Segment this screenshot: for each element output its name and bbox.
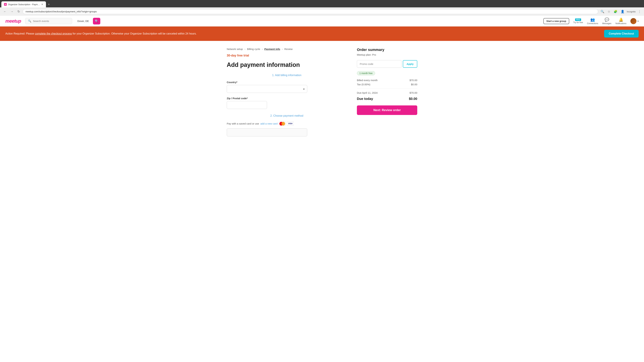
search-bar[interactable]: 🔍 bbox=[25, 18, 72, 24]
due-date-row: Due April 11, 2024 $70.00 bbox=[357, 91, 417, 94]
browser-chrome: M Organizer Subscription - Paym… ✕ + ← →… bbox=[0, 0, 644, 16]
breadcrumb-separator-2: › bbox=[262, 48, 263, 50]
location-display[interactable]: Dover, DE bbox=[78, 19, 89, 22]
notifications-nav-item[interactable]: 🔔 Notifications bbox=[616, 17, 626, 25]
browser-tab-bar: M Organizer Subscription - Paym… ✕ + bbox=[0, 0, 644, 7]
billing-info-section-label: 1. Add billing information bbox=[227, 74, 347, 77]
pro-badge: PRO bbox=[575, 18, 581, 21]
try-for-free-label: Try for free bbox=[573, 21, 583, 24]
connections-nav-item[interactable]: 👥 Connections bbox=[587, 17, 598, 25]
order-plan: Meetup plan: Pro bbox=[357, 53, 417, 56]
breadcrumb-separator-1: › bbox=[244, 48, 245, 50]
connections-icon: 👥 bbox=[590, 17, 595, 22]
card-number-input[interactable] bbox=[227, 128, 307, 136]
try-pro-button[interactable]: PRO Try for free bbox=[573, 18, 583, 24]
search-submit-button[interactable]: 🔍 bbox=[93, 18, 100, 24]
payment-card-info: Pay with a saved card or use add a new c… bbox=[227, 121, 347, 126]
app-header: meetup 🔍 Dover, DE 🔍 Start a new group P… bbox=[0, 16, 644, 26]
alert-text-end: for your Organizer Subscription. Otherwi… bbox=[72, 32, 196, 35]
tab-favicon: M bbox=[4, 3, 7, 6]
alert-banner: Action Required: Please complete the che… bbox=[0, 26, 644, 41]
new-tab-button[interactable]: + bbox=[46, 2, 51, 7]
order-summary: Order summary Meetup plan: Pro Apply 1 m… bbox=[357, 48, 417, 115]
chevron-down-icon: ▾ bbox=[638, 20, 639, 22]
free-month-badge: 1 month free bbox=[357, 71, 375, 75]
search-input[interactable] bbox=[33, 19, 66, 22]
promo-row: Apply bbox=[357, 60, 417, 68]
notifications-label: Notifications bbox=[616, 22, 626, 25]
breadcrumb: Network setup › Billing cycle › Payment … bbox=[227, 48, 347, 50]
breadcrumb-review[interactable]: Review bbox=[284, 48, 292, 50]
visa-icon: VISA bbox=[287, 121, 294, 126]
main-content: Network setup › Billing cycle › Payment … bbox=[221, 41, 422, 143]
breadcrumb-separator-3: › bbox=[282, 48, 282, 50]
user-menu[interactable]: ▾ bbox=[630, 18, 639, 24]
free-trial-label: 30-day free trial bbox=[227, 54, 347, 57]
complete-checkout-button[interactable]: Complete Checkout bbox=[604, 30, 639, 37]
billed-monthly-row: Billed every month $70.00 bbox=[357, 79, 417, 82]
incognito-label: Incognito bbox=[627, 10, 636, 13]
country-select-wrapper: United States ▾ bbox=[227, 85, 307, 93]
address-bar[interactable]: meetup.com/subscription/checkout/pro/pay… bbox=[23, 9, 598, 14]
breadcrumb-network-setup[interactable]: Network setup bbox=[227, 48, 243, 50]
alert-text: Action Required: Please complete the che… bbox=[5, 32, 196, 36]
zip-form-group: Zip / Postal code* bbox=[227, 97, 347, 109]
bookmark-button[interactable]: ☆ bbox=[606, 9, 611, 14]
promo-code-input[interactable] bbox=[357, 60, 402, 68]
due-today-amount: $0.00 bbox=[409, 97, 417, 101]
due-date-amount: $70.00 bbox=[410, 91, 417, 94]
tax-row: Tax (0.00%) $0.00 bbox=[357, 83, 417, 86]
search-icon: 🔍 bbox=[28, 19, 31, 23]
start-group-button[interactable]: Start a new group bbox=[544, 18, 569, 24]
due-today-row: Due today $0.00 bbox=[357, 97, 417, 101]
country-select[interactable]: United States bbox=[227, 85, 307, 93]
extensions-button[interactable]: 🧩 bbox=[613, 9, 618, 14]
active-browser-tab[interactable]: M Organizer Subscription - Paym… ✕ bbox=[1, 1, 46, 7]
search-submit-icon: 🔍 bbox=[95, 19, 98, 23]
review-order-button[interactable]: Next: Review order bbox=[357, 105, 417, 115]
due-today-label: Due today bbox=[357, 97, 373, 101]
mastercard-icon bbox=[279, 121, 286, 126]
country-form-group: Country* United States ▾ bbox=[227, 81, 347, 93]
back-button[interactable]: ← bbox=[2, 9, 8, 14]
billed-monthly-amount: $70.00 bbox=[410, 79, 417, 82]
tab-close-button[interactable]: ✕ bbox=[41, 3, 43, 6]
tax-amount: $0.00 bbox=[411, 83, 417, 86]
add-new-card-link[interactable]: add a new card bbox=[260, 122, 278, 125]
checkout-link[interactable]: complete the checkout process bbox=[35, 32, 72, 35]
apply-promo-button[interactable]: Apply bbox=[403, 60, 417, 68]
messages-icon: 💬 bbox=[604, 17, 609, 22]
right-panel: Order summary Meetup plan: Pro Apply 1 m… bbox=[357, 48, 417, 136]
profile-button[interactable]: 👤 bbox=[620, 9, 626, 14]
more-options-button[interactable]: ⋮ bbox=[637, 9, 642, 14]
payment-method-section-label: 2. Choose payment method bbox=[227, 114, 347, 117]
page-heading: Add payment information bbox=[227, 61, 347, 68]
left-panel: Network setup › Billing cycle › Payment … bbox=[227, 48, 347, 136]
breadcrumb-billing-cycle[interactable]: Billing cycle bbox=[247, 48, 260, 50]
order-summary-title: Order summary bbox=[357, 48, 417, 52]
browser-action-buttons: 🔍 ☆ 🧩 👤 Incognito ⋮ bbox=[600, 9, 642, 14]
bell-icon: 🔔 bbox=[619, 17, 623, 22]
country-label: Country* bbox=[227, 81, 347, 84]
breadcrumb-payment-info[interactable]: Payment info bbox=[264, 48, 280, 50]
free-month-badge-wrapper: 1 month free bbox=[357, 71, 417, 79]
avatar bbox=[630, 18, 636, 24]
browser-controls: ← → ↻ meetup.com/subscription/checkout/p… bbox=[0, 7, 644, 16]
messages-nav-item[interactable]: 💬 Messages bbox=[602, 17, 612, 25]
card-icons: VISA bbox=[279, 121, 294, 126]
start-group-label: Start a new group bbox=[546, 20, 566, 22]
saved-card-text: Pay with a saved card or use bbox=[227, 122, 259, 125]
zip-label: Zip / Postal code* bbox=[227, 97, 347, 100]
refresh-button[interactable]: ↻ bbox=[16, 9, 21, 14]
zip-input[interactable] bbox=[227, 101, 267, 109]
connections-label: Connections bbox=[587, 22, 598, 25]
due-date-label: Due April 11, 2024 bbox=[357, 91, 378, 94]
forward-button[interactable]: → bbox=[9, 9, 15, 14]
alert-text-start: Action Required: Please bbox=[5, 32, 35, 35]
order-divider bbox=[357, 88, 417, 89]
meetup-logo[interactable]: meetup bbox=[5, 18, 21, 24]
messages-label: Messages bbox=[602, 22, 612, 25]
search-browser-button[interactable]: 🔍 bbox=[600, 9, 605, 14]
tax-label: Tax (0.00%) bbox=[357, 83, 370, 86]
tab-title: Organizer Subscription - Paym… bbox=[8, 3, 40, 6]
